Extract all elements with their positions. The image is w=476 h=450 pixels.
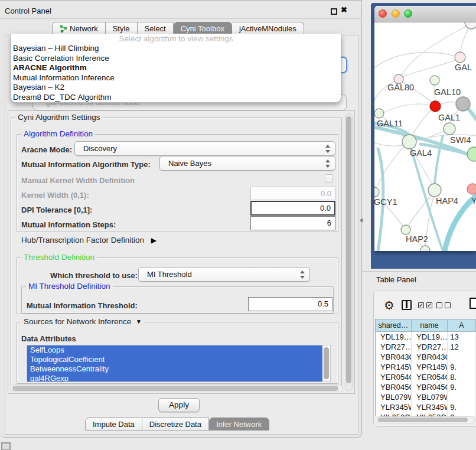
bottom-tab-discretize-data[interactable]: Discretize Data: [142, 418, 209, 431]
table-cell: YDL19…: [376, 332, 412, 342]
table-row[interactable]: YPR145WYPR145W9.: [376, 362, 476, 372]
checked-box-icon[interactable]: ✓: [426, 302, 432, 308]
unchecked-box-icon[interactable]: [445, 302, 451, 308]
table-cell: YBR045C: [376, 382, 412, 392]
kernel-width-input[interactable]: 0.0: [250, 187, 335, 200]
column-header-shared[interactable]: shared…: [376, 319, 412, 332]
aracne-mode-combobox[interactable]: Discovery: [74, 141, 335, 156]
hub-section-toggle[interactable]: Hub/Transcription Factor Definition ▶: [21, 236, 157, 244]
collapse-down-icon: ▼: [136, 318, 142, 325]
table-cell: YIL052C: [412, 412, 448, 416]
algorithm-option-bayesian-k2[interactable]: Bayesian – K2: [11, 83, 341, 93]
which-threshold-combobox[interactable]: MI Threshold: [138, 267, 310, 282]
column-header-name[interactable]: name: [412, 319, 448, 332]
gear-icon[interactable]: ⚙: [384, 298, 395, 312]
attribute-item-gal4rgexp[interactable]: gal4RGexp: [27, 374, 322, 382]
checked-box-icon[interactable]: ✓: [418, 302, 424, 308]
attribute-item-selfloops[interactable]: SelfLoops: [27, 345, 322, 355]
table-row[interactable]: YIL052CYIL052C0.: [376, 412, 476, 416]
window-corner-icon[interactable]: [1, 442, 11, 450]
settings-horizontal-scrollbar[interactable]: [10, 384, 343, 392]
network-node-swi4[interactable]: [467, 147, 476, 161]
algorithm-popup-items: Bayesian – Hill ClimbingBasic Correlatio…: [11, 44, 341, 102]
float-window-icon[interactable]: [331, 8, 337, 15]
table-row[interactable]: YDR27…YDR27…12: [376, 342, 476, 352]
network-node[interactable]: [430, 101, 441, 112]
window-minimize-traffic-icon[interactable]: [392, 9, 400, 18]
unchecked-box-icon[interactable]: [436, 302, 442, 308]
table-cell: YPR145W: [412, 362, 448, 372]
table-row[interactable]: YBL079WYBL079W: [376, 392, 476, 402]
algorithm-option-mutual-information-inference[interactable]: Mutual Information Inference: [11, 73, 341, 83]
mi-algorithm-type-value: Naive Bayes: [168, 159, 211, 168]
table-panel-title: Table Panel: [376, 275, 416, 284]
tab-label: Select: [145, 24, 166, 33]
splitter-collapse-icon[interactable]: [360, 218, 363, 223]
algorithm-option-bayesian-hill-climbing[interactable]: Bayesian – Hill Climbing: [11, 44, 341, 54]
titlebar-separator: [0, 18, 362, 19]
settings-vertical-scrollbar[interactable]: [345, 113, 353, 391]
bottom-tab-impute-data[interactable]: Impute Data: [85, 418, 142, 431]
node-label-gal11: GAL11: [377, 119, 403, 128]
column-header-a[interactable]: A: [448, 319, 476, 332]
tab-style[interactable]: Style: [106, 22, 138, 35]
manual-kernel-width-checkbox[interactable]: [325, 174, 333, 182]
attributes-vertical-scrollbar[interactable]: [323, 346, 330, 381]
network-node-hap2[interactable]: [401, 225, 410, 234]
network-node-gal[interactable]: [455, 52, 465, 63]
table-row[interactable]: YBR045CYBR045C9.: [376, 382, 476, 392]
combo-spinner-icon: [325, 159, 330, 168]
mi-algorithm-type-combobox[interactable]: Naive Bayes: [159, 156, 335, 171]
tab-jactivemnodules[interactable]: jActiveMNodules: [232, 22, 304, 35]
network-node-gal10[interactable]: [430, 76, 439, 85]
split-columns-icon[interactable]: [402, 300, 412, 310]
data-attributes-list[interactable]: SelfLoopsTopologicalCoefficientBetweenne…: [27, 345, 331, 382]
network-edge[interactable]: [400, 58, 460, 77]
network-node-y[interactable]: [467, 184, 476, 194]
network-node-hap4[interactable]: [428, 184, 441, 197]
mi-threshold-input[interactable]: 0.5: [248, 297, 332, 311]
network-edge[interactable]: [379, 104, 431, 115]
network-node[interactable]: [456, 97, 470, 111]
table-cell: 8.: [448, 372, 476, 382]
network-canvas[interactable]: GALGAL80GAL10GAL1GAL11GAL4SWI4GCY1HAP4YH…: [374, 22, 476, 251]
tab-select[interactable]: Select: [138, 22, 174, 35]
network-window-titlebar[interactable]: [374, 6, 476, 22]
node-table[interactable]: shared…nameAYDL19…YDL19…13YDR27…YDR27…12…: [375, 319, 476, 416]
network-edge[interactable]: [374, 53, 460, 71]
tab-network[interactable]: Network: [52, 22, 106, 35]
close-icon[interactable]: ✖: [341, 5, 347, 14]
network-node-gal1[interactable]: [444, 123, 455, 135]
mi-algorithm-type-label: Mutual Information Algorithm Type:: [21, 160, 151, 169]
network-node[interactable]: [420, 246, 430, 251]
algorithm-option-aracne-algorithm[interactable]: ARACNE Algorithm: [11, 63, 341, 73]
algorithm-definition-title: Algorithm Definition: [21, 129, 95, 138]
mi-steps-input[interactable]: 6: [250, 216, 335, 230]
sources-group-title[interactable]: Sources for Network Inference ▼: [21, 317, 144, 326]
bottom-tab-infer-network[interactable]: Infer Network: [209, 418, 269, 431]
algorithm-popup-placeholder: Select algorithm to view settings: [11, 34, 341, 44]
table-cell: [448, 392, 476, 402]
table-row[interactable]: YER054CYER054C8.: [376, 372, 476, 382]
table-row[interactable]: YDL19…YDL19…13: [376, 332, 476, 342]
network-node-gcy1[interactable]: [374, 187, 379, 197]
dpi-tolerance-label: DPI Tolerance [0,1]:: [21, 206, 92, 214]
window-zoom-traffic-icon[interactable]: [404, 9, 412, 18]
algorithm-option-basic-correlation-inference[interactable]: Basic Correlation Inference: [11, 54, 341, 64]
apply-button[interactable]: Apply: [158, 398, 200, 412]
document-icon[interactable]: [470, 298, 476, 309]
window-close-traffic-icon[interactable]: [379, 9, 387, 18]
algorithm-option-dream8-dc-tdc-algorithm[interactable]: Dream8 DC_TDC Algorithm: [11, 93, 341, 103]
table-row[interactable]: YLR345WYLR345W9.: [376, 402, 476, 412]
attribute-item-topologicalcoefficient[interactable]: TopologicalCoefficient: [27, 355, 322, 364]
table-horizontal-scrollbar[interactable]: [376, 416, 475, 423]
control-panel-title: Control Panel: [5, 6, 51, 15]
network-node-gal11[interactable]: [374, 109, 384, 118]
attribute-item-betweennesscentrality[interactable]: BetweennessCentrality: [27, 364, 322, 374]
network-node[interactable]: [465, 22, 476, 29]
tab-label: Cyni Toolbox: [181, 24, 224, 33]
tab-cyni-toolbox[interactable]: Cyni Toolbox: [174, 22, 232, 35]
dpi-tolerance-input[interactable]: 0.0: [250, 201, 335, 216]
table-row[interactable]: YBR043CYBR043C: [376, 352, 476, 362]
network-node-gal4[interactable]: [402, 135, 416, 149]
